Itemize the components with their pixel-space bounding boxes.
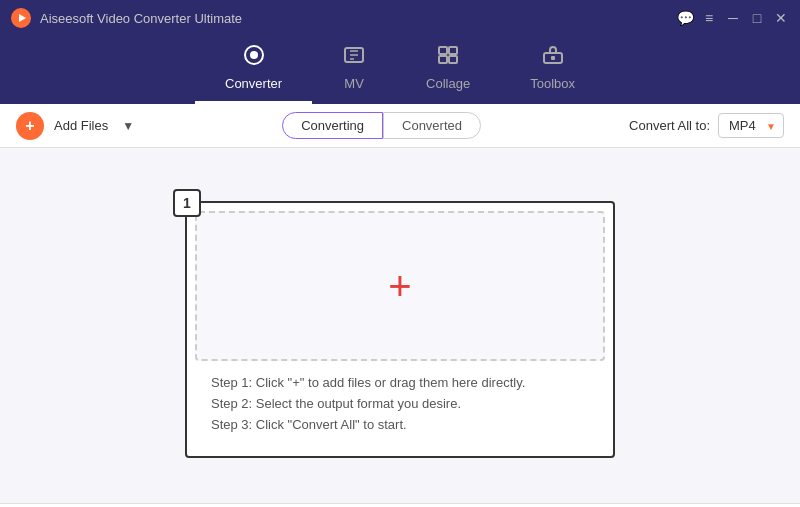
tab-converter-label: Converter bbox=[225, 76, 282, 91]
minimize-button[interactable]: ─ bbox=[724, 9, 742, 27]
mv-icon bbox=[342, 44, 366, 72]
close-button[interactable]: ✕ bbox=[772, 9, 790, 27]
tab-collage-label: Collage bbox=[426, 76, 470, 91]
instructions: Step 1: Click "+" to add files or drag t… bbox=[195, 361, 605, 448]
window-controls: 💬 ≡ ─ □ ✕ bbox=[676, 9, 790, 27]
converter-icon bbox=[242, 44, 266, 72]
tab-toolbox-label: Toolbox bbox=[530, 76, 575, 91]
step2-text: Step 2: Select the output format you des… bbox=[211, 396, 589, 411]
tab-converter[interactable]: Converter bbox=[195, 36, 312, 104]
step1-text: Step 1: Click "+" to add files or drag t… bbox=[211, 375, 589, 390]
tab-toolbox[interactable]: Toolbox bbox=[500, 36, 605, 104]
main-area: 1 + Step 1: Click "+" to add files or dr… bbox=[0, 148, 800, 503]
app-logo bbox=[10, 7, 32, 29]
toolbar-right: Convert All to: MP4 MKV AVI MOV bbox=[629, 113, 784, 138]
chat-button[interactable]: 💬 bbox=[676, 9, 694, 27]
svg-rect-10 bbox=[551, 56, 555, 60]
convert-all-to-label: Convert All to: bbox=[629, 118, 710, 133]
tab-mv-label: MV bbox=[344, 76, 364, 91]
tab-collage[interactable]: Collage bbox=[396, 36, 500, 104]
add-files-dropdown-arrow[interactable]: ▼ bbox=[122, 119, 134, 133]
tab-mv[interactable]: MV bbox=[312, 36, 396, 104]
svg-rect-5 bbox=[439, 47, 447, 54]
collage-icon bbox=[436, 44, 460, 72]
app-title: Aiseesoft Video Converter Ultimate bbox=[40, 11, 676, 26]
toolbox-icon bbox=[541, 44, 565, 72]
format-select[interactable]: MP4 MKV AVI MOV bbox=[718, 113, 784, 138]
menu-button[interactable]: ≡ bbox=[700, 9, 718, 27]
drop-plus-icon: + bbox=[388, 266, 411, 306]
drop-area-wrapper: 1 + Step 1: Click "+" to add files or dr… bbox=[0, 148, 800, 503]
bottom-bar: Save to: C:\Aiseesoft Studio\Ais...rter … bbox=[0, 503, 800, 507]
title-bar: Aiseesoft Video Converter Ultimate 💬 ≡ ─… bbox=[0, 0, 800, 36]
add-files-label: Add Files bbox=[54, 118, 108, 133]
converting-tab[interactable]: Converting bbox=[282, 112, 383, 139]
format-select-wrapper: MP4 MKV AVI MOV bbox=[718, 113, 784, 138]
status-tabs: Converting Converted bbox=[144, 112, 619, 139]
converted-tab[interactable]: Converted bbox=[383, 112, 481, 139]
step-badge: 1 bbox=[173, 189, 201, 217]
step3-text: Step 3: Click "Convert All" to start. bbox=[211, 417, 589, 432]
drop-area-inner[interactable]: + bbox=[195, 211, 605, 361]
svg-rect-6 bbox=[449, 47, 457, 54]
nav-tabs: Converter MV Collage bbox=[0, 36, 800, 104]
add-files-plus-button[interactable]: + bbox=[16, 112, 44, 140]
toolbar: + Add Files ▼ Converting Converted Conve… bbox=[0, 104, 800, 148]
maximize-button[interactable]: □ bbox=[748, 9, 766, 27]
svg-point-3 bbox=[250, 51, 258, 59]
drop-area-outer: 1 + Step 1: Click "+" to add files or dr… bbox=[185, 201, 615, 458]
svg-rect-7 bbox=[439, 56, 447, 63]
svg-rect-8 bbox=[449, 56, 457, 63]
